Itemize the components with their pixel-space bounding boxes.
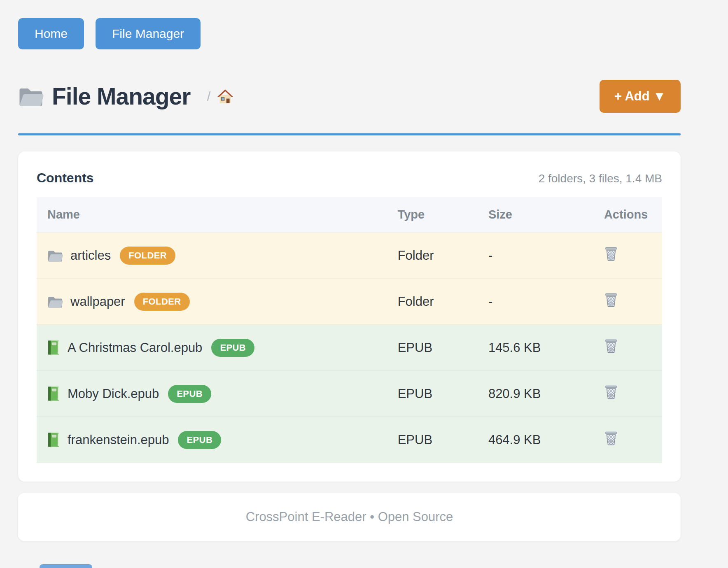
file-name[interactable]: A Christmas Carol.epub xyxy=(68,340,202,355)
wastebasket-icon xyxy=(604,431,618,447)
delete-button[interactable] xyxy=(604,246,618,263)
table-row[interactable]: frankenstein.epub EPUB EPUB 464.9 KB xyxy=(37,417,662,463)
actions-cell xyxy=(593,371,662,417)
size-cell: 464.9 KB xyxy=(478,417,593,463)
size-cell: - xyxy=(478,279,593,325)
footer-text: CrossPoint E-Reader • Open Source xyxy=(246,510,453,524)
delete-button[interactable] xyxy=(604,338,618,355)
contents-summary: 2 folders, 3 files, 1.4 MB xyxy=(539,172,662,185)
page-title: File Manager xyxy=(52,83,190,110)
wastebasket-icon xyxy=(604,292,618,309)
actions-cell xyxy=(593,325,662,371)
size-cell: - xyxy=(478,233,593,279)
size-cell: 820.9 KB xyxy=(478,371,593,417)
type-cell: Folder xyxy=(387,233,478,279)
name-cell: articles FOLDER xyxy=(37,233,387,279)
type-cell: Folder xyxy=(387,279,478,325)
name-cell: Moby Dick.epub EPUB xyxy=(37,371,387,417)
table-row[interactable]: Moby Dick.epub EPUB EPUB 820.9 KB xyxy=(37,371,662,417)
actions-cell xyxy=(593,279,662,325)
column-header-name: Name xyxy=(37,197,387,233)
delete-button[interactable] xyxy=(604,384,618,401)
name-cell: frankenstein.epub EPUB xyxy=(37,417,387,463)
file-name[interactable]: wallpaper xyxy=(70,294,125,309)
folder-icon xyxy=(18,86,44,107)
column-header-actions: Actions xyxy=(593,197,662,233)
wastebasket-icon xyxy=(604,338,618,355)
house-icon xyxy=(217,89,233,104)
wastebasket-icon xyxy=(604,246,618,263)
type-badge: FOLDER xyxy=(134,293,190,311)
breadcrumb-home-link[interactable] xyxy=(217,89,233,104)
column-header-type: Type xyxy=(387,197,478,233)
nav-file-manager-button[interactable]: File Manager xyxy=(96,18,201,49)
folder-icon xyxy=(47,249,63,262)
page-header: File Manager / + Add ▼ xyxy=(18,80,681,113)
actions-cell xyxy=(593,233,662,279)
add-button[interactable]: + Add ▼ xyxy=(600,80,681,113)
breadcrumb-separator: / xyxy=(207,89,210,104)
top-navigation: Home File Manager xyxy=(18,0,681,49)
actions-cell xyxy=(593,417,662,463)
file-name[interactable]: articles xyxy=(70,248,111,263)
column-header-size: Size xyxy=(478,197,593,233)
green-book-icon xyxy=(47,386,60,401)
table-row[interactable]: wallpaper FOLDER Folder - xyxy=(37,279,662,325)
type-badge: EPUB xyxy=(211,339,254,357)
contents-title: Contents xyxy=(37,170,94,186)
green-book-icon xyxy=(47,340,60,355)
name-cell: wallpaper FOLDER xyxy=(37,279,387,325)
contents-card-header: Contents 2 folders, 3 files, 1.4 MB xyxy=(37,170,662,186)
type-cell: EPUB xyxy=(387,325,478,371)
size-cell: 145.6 KB xyxy=(478,325,593,371)
file-table: Name Type Size Actions xyxy=(37,197,662,463)
cutoff-blue-element xyxy=(40,564,92,568)
green-book-icon xyxy=(47,432,60,447)
type-badge: EPUB xyxy=(168,385,211,403)
nav-home-button[interactable]: Home xyxy=(18,18,84,49)
type-cell: EPUB xyxy=(387,371,478,417)
type-badge: FOLDER xyxy=(120,247,175,265)
type-badge: EPUB xyxy=(178,431,221,449)
file-name[interactable]: Moby Dick.epub xyxy=(68,386,159,401)
file-name[interactable]: frankenstein.epub xyxy=(68,433,169,447)
name-cell: A Christmas Carol.epub EPUB xyxy=(37,325,387,371)
delete-button[interactable] xyxy=(604,431,618,447)
file-table-body: articles FOLDER Folder - xyxy=(37,233,662,463)
file-manager-page: Home File Manager File Manager / + Add ▼ xyxy=(18,0,681,541)
folder-icon xyxy=(47,295,63,308)
wastebasket-icon xyxy=(604,384,618,401)
footer-card: CrossPoint E-Reader • Open Source xyxy=(18,493,681,541)
type-cell: EPUB xyxy=(387,417,478,463)
table-row[interactable]: articles FOLDER Folder - xyxy=(37,233,662,279)
contents-card: Contents 2 folders, 3 files, 1.4 MB Name… xyxy=(18,151,681,482)
table-row[interactable]: A Christmas Carol.epub EPUB EPUB 145.6 K… xyxy=(37,325,662,371)
delete-button[interactable] xyxy=(604,292,618,309)
header-divider xyxy=(18,133,681,135)
file-table-header: Name Type Size Actions xyxy=(37,197,662,233)
